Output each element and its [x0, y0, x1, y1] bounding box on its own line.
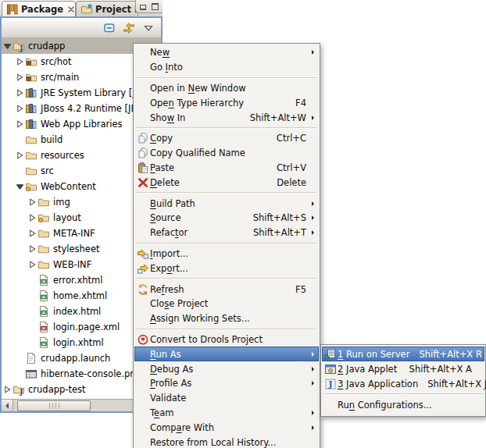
menu-item-delete[interactable]: Delete Delete	[134, 175, 319, 190]
expander-collapsed-icon[interactable]	[28, 228, 37, 239]
menu-item-label: Show In	[150, 112, 185, 123]
menu-item-run-as[interactable]: Run As	[134, 347, 319, 361]
expander-collapsed-icon[interactable]	[16, 103, 24, 114]
tree-item-label: img	[51, 197, 73, 208]
expander-collapsed-icon[interactable]	[28, 259, 37, 270]
file-icon	[25, 352, 38, 364]
menu-item-label: Refactor	[150, 227, 188, 238]
menu-item-open-type-hierarchy[interactable]: Open Type Hierarchy F4	[134, 95, 319, 110]
menu-separator	[136, 243, 317, 244]
menu-item-go-into[interactable]: Go Into	[134, 60, 319, 75]
icon-spacer	[135, 363, 150, 375]
expander-collapsed-icon[interactable]	[16, 87, 24, 98]
icon-spacer	[135, 61, 150, 73]
minimize-icon[interactable]	[140, 5, 146, 10]
menu-item-build-path[interactable]: Build Path	[134, 196, 319, 211]
menu-item-refactor[interactable]: Refactor Shift+Alt+T	[134, 226, 319, 240]
tree-item-label: resources	[38, 150, 87, 161]
folder-icon	[38, 196, 50, 208]
expander-collapsed-icon[interactable]	[16, 72, 24, 83]
expander-collapsed-icon[interactable]	[16, 119, 24, 130]
html-file-icon	[38, 290, 50, 302]
menu-item-convert-to-drools-project[interactable]: Convert to Drools Project	[134, 332, 319, 347]
menu-item-debug-as[interactable]: Debug As	[134, 361, 319, 376]
expander-expanded-icon[interactable]	[3, 41, 12, 52]
menu-item-accel: Shift+Alt+W	[241, 112, 306, 123]
tree-item-label: login.page.xml	[51, 322, 122, 332]
icon-spacer	[135, 348, 150, 361]
menu-item-copy-qualified-name[interactable]: Copy Qualified Name	[134, 146, 319, 161]
icon-spacer	[135, 421, 150, 434]
menu-item-label: Copy	[150, 133, 173, 144]
html-file-icon	[38, 305, 50, 318]
expander-collapsed-icon[interactable]	[16, 56, 24, 67]
icon-spacer	[135, 212, 150, 224]
tab-package-explorer[interactable]: Package	[2, 1, 76, 17]
icon-spacer	[135, 312, 150, 325]
menu-item-open-in-new-window[interactable]: Open in New Window	[134, 81, 319, 96]
expander-collapsed-icon[interactable]	[28, 244, 37, 254]
view-menu-icon[interactable]	[141, 21, 155, 34]
menu-item-team[interactable]: Team	[134, 406, 319, 421]
java-application-icon: J	[323, 378, 338, 390]
menu-item-new[interactable]: New	[134, 45, 319, 60]
menu-item-label: Close Project	[150, 298, 208, 309]
menu-item-1-run-on-server[interactable]: 1 Run on Server Shift+Alt+X R	[322, 347, 484, 361]
menu-item-label: 3 Java Application	[338, 379, 418, 389]
paste-icon	[135, 162, 150, 174]
collapse-all-icon[interactable]	[102, 21, 116, 34]
menu-item-validate[interactable]: Validate	[134, 391, 319, 406]
expander-spacer	[28, 322, 37, 332]
expander-collapsed-icon[interactable]	[28, 212, 37, 223]
menu-item-profile-as[interactable]: Profile As	[134, 376, 319, 391]
menu-item-import[interactable]: Import...	[134, 247, 319, 261]
expander-collapsed-icon[interactable]	[28, 197, 37, 208]
menu-item-2-java-applet[interactable]: 2 Java Applet Shift+Alt+X A	[322, 361, 484, 376]
package-folder-icon	[25, 71, 38, 84]
menu-item-assign-working-sets[interactable]: Assign Working Sets...	[134, 311, 319, 326]
menu-item-paste[interactable]: Paste Ctrl+V	[134, 161, 319, 176]
java-project-icon: J	[13, 40, 25, 52]
menu-item-run-configurations[interactable]: Run Configurations...	[322, 397, 484, 412]
run-server-icon	[323, 348, 338, 361]
icon-spacer	[135, 46, 150, 59]
menu-item-label: Validate	[150, 393, 186, 404]
menu-item-show-in[interactable]: Show In Shift+Alt+W	[134, 110, 319, 125]
folder-icon	[25, 149, 38, 162]
window-controls	[135, 0, 163, 13]
html-file-icon	[38, 336, 50, 349]
expander-spacer	[16, 368, 24, 379]
menu-item-copy[interactable]: Copy Ctrl+C	[134, 131, 319, 146]
tree-item-label: WEB-INF	[51, 259, 94, 270]
expander-expanded-icon[interactable]	[16, 181, 24, 192]
menu-item-accel: F5	[286, 284, 306, 295]
menu-item-compare-with[interactable]: Compare With	[134, 420, 319, 435]
icon-spacer	[135, 407, 150, 419]
menu-item-label: Compare With	[150, 422, 214, 433]
view-tab-bar: Package Project E	[0, 0, 163, 17]
scrollbar-thumb[interactable]	[17, 400, 91, 411]
package-folder-icon	[25, 55, 38, 68]
close-icon[interactable]	[67, 5, 75, 13]
menu-item-accel: Shift+Alt+S	[244, 212, 306, 223]
expander-collapsed-icon[interactable]	[16, 150, 24, 161]
scroll-left-icon[interactable]	[2, 400, 13, 411]
expander-collapsed-icon[interactable]	[3, 384, 12, 395]
menu-separator	[136, 127, 317, 129]
folder-icon	[38, 243, 50, 255]
tree-item-label: WebContent	[38, 181, 98, 192]
menu-item-export[interactable]: Export...	[134, 261, 319, 276]
menu-item-close-project[interactable]: Close Project	[134, 297, 319, 311]
web-folder-icon	[25, 180, 38, 193]
link-with-editor-icon[interactable]	[122, 21, 135, 34]
menu-item-refresh[interactable]: Refresh F5	[134, 282, 319, 297]
menu-item-source[interactable]: Source Shift+Alt+S	[134, 211, 319, 226]
expander-spacer	[28, 306, 37, 317]
maximize-icon[interactable]	[152, 3, 159, 10]
icon-spacer	[323, 399, 338, 411]
menu-item-restore-from-local-history[interactable]: Restore from Local History...	[134, 435, 319, 448]
submenu-arrow-icon	[309, 201, 316, 206]
menu-item-3-java-application[interactable]: J 3 Java Application Shift+Alt+X J	[322, 376, 484, 391]
tab-project-explorer[interactable]: Project E	[76, 1, 138, 17]
folder-icon	[25, 165, 38, 177]
